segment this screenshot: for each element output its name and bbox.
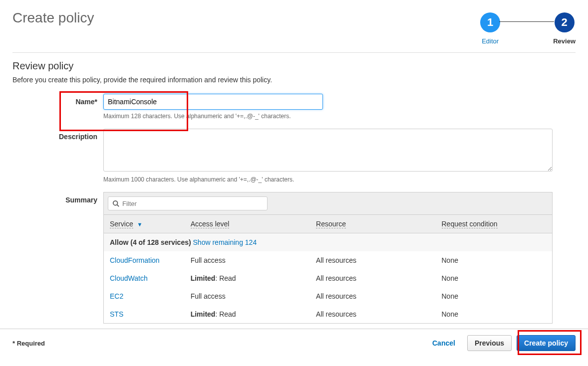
wizard-steps: 1 Editor 2 Review: [480, 12, 576, 45]
name-helper: Maximum 128 characters. Use alphanumeric…: [103, 113, 553, 120]
table-row: EC2 Full access All resources None: [104, 287, 552, 305]
resource-cell: All resources: [310, 251, 435, 269]
name-input[interactable]: [103, 94, 323, 110]
step-editor[interactable]: 1 Editor: [480, 12, 500, 45]
summary-label: Summary: [12, 192, 103, 324]
resource-cell: All resources: [310, 269, 435, 287]
th-request[interactable]: Request condition: [436, 215, 553, 233]
search-icon: [112, 200, 119, 207]
table-row: CloudWatch Limited: Read All resources N…: [104, 269, 552, 287]
summary-table: Service ▼ Access level Resource Request …: [104, 215, 552, 323]
summary-box: Service ▼ Access level Resource Request …: [103, 192, 553, 324]
required-note: * Required: [12, 340, 45, 347]
request-cell: None: [436, 305, 553, 323]
access-cell: Limited: Read: [185, 305, 310, 323]
review-title: Review policy: [12, 60, 576, 72]
create-policy-button[interactable]: Create policy: [517, 335, 576, 351]
sort-icon: ▼: [137, 221, 143, 227]
th-resource[interactable]: Resource: [310, 215, 435, 233]
footer: * Required Cancel Previous Create policy: [0, 329, 588, 357]
step-2-number: 2: [555, 12, 575, 32]
svg-line-1: [117, 205, 119, 207]
review-description: Before you create this policy, provide t…: [12, 76, 576, 84]
step-connector: [499, 21, 554, 22]
svg-point-0: [113, 201, 118, 205]
request-cell: None: [436, 251, 553, 269]
step-1-number: 1: [480, 12, 500, 32]
service-link[interactable]: EC2: [110, 292, 123, 300]
name-label: Name*: [12, 94, 103, 120]
description-label: Description: [12, 129, 103, 183]
request-cell: None: [436, 287, 553, 305]
step-1-label: Editor: [482, 37, 499, 45]
resource-cell: All resources: [310, 287, 435, 305]
service-link[interactable]: CloudWatch: [110, 274, 148, 282]
table-row: CloudFormation Full access All resources…: [104, 251, 552, 269]
service-link[interactable]: CloudFormation: [110, 256, 160, 264]
cancel-button[interactable]: Cancel: [425, 336, 462, 351]
access-cell: Limited: Read: [185, 269, 310, 287]
page-title: Create policy: [12, 10, 94, 26]
access-cell: Full access: [185, 287, 310, 305]
description-helper: Maximum 1000 characters. Use alphanumeri…: [103, 176, 553, 183]
th-access[interactable]: Access level: [185, 215, 310, 233]
group-row: Allow (4 of 128 services) Show remaining…: [104, 233, 552, 252]
access-cell: Full access: [185, 251, 310, 269]
step-2-label: Review: [553, 37, 576, 45]
request-cell: None: [436, 269, 553, 287]
resource-cell: All resources: [310, 305, 435, 323]
th-service[interactable]: Service ▼: [104, 215, 185, 233]
filter-input-wrap[interactable]: [108, 196, 268, 210]
table-row: STS Limited: Read All resources None: [104, 305, 552, 323]
step-review[interactable]: 2 Review: [553, 12, 576, 45]
divider: [12, 52, 576, 53]
show-remaining-link[interactable]: Show remaining 124: [193, 238, 257, 246]
previous-button[interactable]: Previous: [467, 335, 512, 351]
service-link[interactable]: STS: [110, 310, 123, 318]
description-input[interactable]: [103, 129, 553, 172]
filter-input[interactable]: [122, 200, 263, 207]
